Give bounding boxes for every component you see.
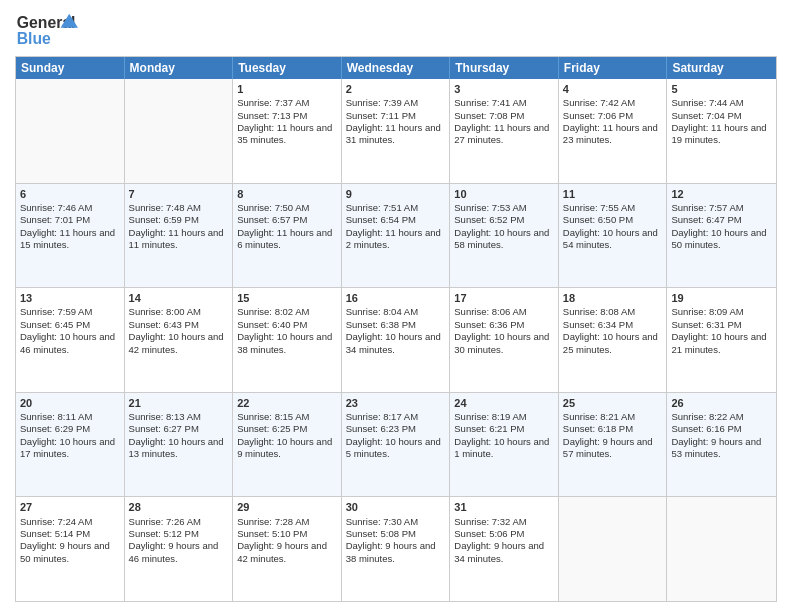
sunrise-text: Sunrise: 7:39 AM <box>346 97 418 108</box>
day-cell-1: 1Sunrise: 7:37 AMSunset: 7:13 PMDaylight… <box>233 79 342 183</box>
sunrise-text: Sunrise: 7:28 AM <box>237 516 309 527</box>
sunset-text: Sunset: 7:11 PM <box>346 110 416 121</box>
day-cell-29: 29Sunrise: 7:28 AMSunset: 5:10 PMDayligh… <box>233 497 342 601</box>
sunset-text: Sunset: 6:52 PM <box>454 214 524 225</box>
sunrise-text: Sunrise: 7:24 AM <box>20 516 92 527</box>
svg-text:Blue: Blue <box>17 30 51 47</box>
sunset-text: Sunset: 5:10 PM <box>237 528 307 539</box>
daylight-text: Daylight: 10 hours and 38 minutes. <box>237 331 332 354</box>
sunrise-text: Sunrise: 7:30 AM <box>346 516 418 527</box>
day-number: 25 <box>563 396 663 410</box>
day-number: 7 <box>129 187 229 201</box>
day-number: 16 <box>346 291 446 305</box>
day-number: 14 <box>129 291 229 305</box>
sunrise-text: Sunrise: 7:32 AM <box>454 516 526 527</box>
day-number: 9 <box>346 187 446 201</box>
day-cell-19: 19Sunrise: 8:09 AMSunset: 6:31 PMDayligh… <box>667 288 776 392</box>
day-cell-17: 17Sunrise: 8:06 AMSunset: 6:36 PMDayligh… <box>450 288 559 392</box>
day-cell-18: 18Sunrise: 8:08 AMSunset: 6:34 PMDayligh… <box>559 288 668 392</box>
sunset-text: Sunset: 6:57 PM <box>237 214 307 225</box>
sunset-text: Sunset: 6:23 PM <box>346 423 416 434</box>
day-cell-6: 6Sunrise: 7:46 AMSunset: 7:01 PMDaylight… <box>16 184 125 288</box>
day-cell-10: 10Sunrise: 7:53 AMSunset: 6:52 PMDayligh… <box>450 184 559 288</box>
day-number: 4 <box>563 82 663 96</box>
sunset-text: Sunset: 6:27 PM <box>129 423 199 434</box>
day-number: 6 <box>20 187 120 201</box>
day-cell-30: 30Sunrise: 7:30 AMSunset: 5:08 PMDayligh… <box>342 497 451 601</box>
day-cell-12: 12Sunrise: 7:57 AMSunset: 6:47 PMDayligh… <box>667 184 776 288</box>
day-cell-7: 7Sunrise: 7:48 AMSunset: 6:59 PMDaylight… <box>125 184 234 288</box>
sunrise-text: Sunrise: 7:59 AM <box>20 306 92 317</box>
daylight-text: Daylight: 11 hours and 11 minutes. <box>129 227 224 250</box>
calendar-header: SundayMondayTuesdayWednesdayThursdayFrid… <box>16 57 776 79</box>
daylight-text: Daylight: 10 hours and 34 minutes. <box>346 331 441 354</box>
daylight-text: Daylight: 10 hours and 50 minutes. <box>671 227 766 250</box>
daylight-text: Daylight: 9 hours and 42 minutes. <box>237 540 327 563</box>
day-cell-24: 24Sunrise: 8:19 AMSunset: 6:21 PMDayligh… <box>450 393 559 497</box>
day-number: 22 <box>237 396 337 410</box>
sunset-text: Sunset: 6:16 PM <box>671 423 741 434</box>
daylight-text: Daylight: 10 hours and 30 minutes. <box>454 331 549 354</box>
calendar-body: 1Sunrise: 7:37 AMSunset: 7:13 PMDaylight… <box>16 79 776 601</box>
day-cell-5: 5Sunrise: 7:44 AMSunset: 7:04 PMDaylight… <box>667 79 776 183</box>
logo-svg: GeneralBlue <box>15 10 85 50</box>
day-number: 26 <box>671 396 772 410</box>
day-number: 31 <box>454 500 554 514</box>
day-cell-8: 8Sunrise: 7:50 AMSunset: 6:57 PMDaylight… <box>233 184 342 288</box>
day-number: 5 <box>671 82 772 96</box>
day-number: 3 <box>454 82 554 96</box>
sunrise-text: Sunrise: 7:51 AM <box>346 202 418 213</box>
daylight-text: Daylight: 11 hours and 2 minutes. <box>346 227 441 250</box>
sunrise-text: Sunrise: 7:55 AM <box>563 202 635 213</box>
daylight-text: Daylight: 11 hours and 23 minutes. <box>563 122 658 145</box>
day-cell-4: 4Sunrise: 7:42 AMSunset: 7:06 PMDaylight… <box>559 79 668 183</box>
day-cell-31: 31Sunrise: 7:32 AMSunset: 5:06 PMDayligh… <box>450 497 559 601</box>
sunset-text: Sunset: 5:12 PM <box>129 528 199 539</box>
calendar: SundayMondayTuesdayWednesdayThursdayFrid… <box>15 56 777 602</box>
daylight-text: Daylight: 10 hours and 17 minutes. <box>20 436 115 459</box>
sunset-text: Sunset: 6:34 PM <box>563 319 633 330</box>
daylight-text: Daylight: 9 hours and 53 minutes. <box>671 436 761 459</box>
sunrise-text: Sunrise: 8:19 AM <box>454 411 526 422</box>
sunrise-text: Sunrise: 7:46 AM <box>20 202 92 213</box>
day-cell-27: 27Sunrise: 7:24 AMSunset: 5:14 PMDayligh… <box>16 497 125 601</box>
sunrise-text: Sunrise: 8:22 AM <box>671 411 743 422</box>
day-number: 20 <box>20 396 120 410</box>
day-number: 12 <box>671 187 772 201</box>
day-number: 15 <box>237 291 337 305</box>
sunset-text: Sunset: 7:04 PM <box>671 110 741 121</box>
sunrise-text: Sunrise: 7:44 AM <box>671 97 743 108</box>
sunset-text: Sunset: 6:18 PM <box>563 423 633 434</box>
day-number: 29 <box>237 500 337 514</box>
daylight-text: Daylight: 10 hours and 21 minutes. <box>671 331 766 354</box>
sunrise-text: Sunrise: 8:06 AM <box>454 306 526 317</box>
day-number: 27 <box>20 500 120 514</box>
sunset-text: Sunset: 6:54 PM <box>346 214 416 225</box>
daylight-text: Daylight: 11 hours and 6 minutes. <box>237 227 332 250</box>
day-number: 18 <box>563 291 663 305</box>
day-number: 24 <box>454 396 554 410</box>
day-number: 23 <box>346 396 446 410</box>
daylight-text: Daylight: 11 hours and 15 minutes. <box>20 227 115 250</box>
sunrise-text: Sunrise: 7:42 AM <box>563 97 635 108</box>
daylight-text: Daylight: 9 hours and 50 minutes. <box>20 540 110 563</box>
sunrise-text: Sunrise: 8:08 AM <box>563 306 635 317</box>
sunrise-text: Sunrise: 8:02 AM <box>237 306 309 317</box>
sunrise-text: Sunrise: 8:13 AM <box>129 411 201 422</box>
sunrise-text: Sunrise: 7:26 AM <box>129 516 201 527</box>
day-cell-25: 25Sunrise: 8:21 AMSunset: 6:18 PMDayligh… <box>559 393 668 497</box>
day-number: 1 <box>237 82 337 96</box>
day-number: 21 <box>129 396 229 410</box>
daylight-text: Daylight: 11 hours and 27 minutes. <box>454 122 549 145</box>
empty-cell <box>125 79 234 183</box>
day-cell-11: 11Sunrise: 7:55 AMSunset: 6:50 PMDayligh… <box>559 184 668 288</box>
sunrise-text: Sunrise: 7:37 AM <box>237 97 309 108</box>
sunset-text: Sunset: 7:06 PM <box>563 110 633 121</box>
daylight-text: Daylight: 11 hours and 35 minutes. <box>237 122 332 145</box>
sunrise-text: Sunrise: 8:11 AM <box>20 411 92 422</box>
sunrise-text: Sunrise: 8:21 AM <box>563 411 635 422</box>
sunrise-text: Sunrise: 8:04 AM <box>346 306 418 317</box>
sunset-text: Sunset: 6:31 PM <box>671 319 741 330</box>
empty-cell <box>667 497 776 601</box>
empty-cell <box>16 79 125 183</box>
